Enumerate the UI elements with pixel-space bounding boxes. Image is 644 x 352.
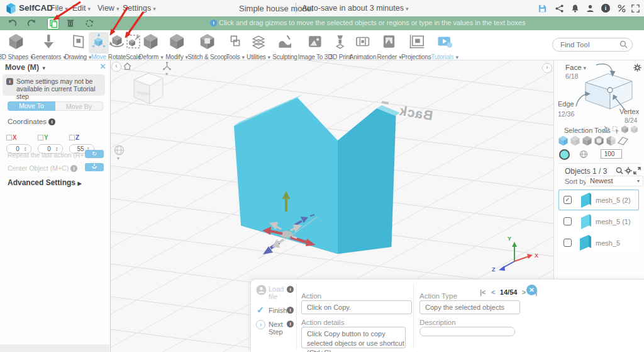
tolerance-input[interactable] (601, 149, 622, 159)
move-to-button[interactable]: Move To (8, 101, 55, 111)
info-icon[interactable]: i (287, 321, 294, 327)
repeat-icon[interactable] (84, 18, 94, 28)
view-cube[interactable]: FRONT (129, 67, 168, 109)
redo-icon[interactable] (26, 18, 36, 28)
account-icon[interactable] (586, 4, 595, 13)
object-row-mesh5-2[interactable]: ✓ mesh_5 (2) (558, 190, 639, 210)
tool-deform[interactable]: Deform (139, 32, 164, 60)
search-icon[interactable] (619, 40, 628, 48)
tool-3d-shapes[interactable]: 3D Shapes (0, 32, 33, 60)
object-row-mesh5[interactable]: mesh_5 (558, 232, 639, 253)
save-icon[interactable] (538, 4, 547, 13)
cube-select-icon[interactable] (621, 125, 629, 133)
x-lock-checkbox[interactable] (6, 135, 12, 140)
tool-move[interactable]: Move (89, 32, 109, 60)
mode-edge-icon[interactable] (582, 135, 592, 146)
tool-projections[interactable]: Projections (401, 32, 431, 60)
tool-generators[interactable]: Generators (31, 32, 65, 60)
object-checkbox[interactable] (564, 239, 572, 247)
mesh-sphere-icon[interactable] (579, 150, 588, 159)
tool-drawing[interactable]: Drawing (65, 32, 92, 60)
tool-3d-print[interactable]: 3D Print (330, 32, 352, 60)
expand-icon[interactable] (633, 167, 641, 174)
tool-stitch-scoop[interactable]: Stitch & Scoop (188, 32, 228, 60)
title-divider (296, 3, 296, 13)
tool-render[interactable]: Render (377, 32, 402, 60)
finish-label[interactable]: Finish (269, 307, 287, 314)
share-icon[interactable] (555, 4, 564, 13)
mode-vertex-icon[interactable] (570, 135, 580, 146)
units-icon[interactable] (617, 4, 626, 13)
copy-icon (48, 18, 58, 29)
object-checkbox[interactable]: ✓ (564, 196, 572, 204)
collapse-right-panel-chevron[interactable]: › (542, 63, 552, 73)
notifications-icon[interactable] (570, 4, 580, 13)
caret-down-icon[interactable]: ▾ (117, 156, 119, 161)
search-icon[interactable] (616, 167, 623, 174)
menu-edit[interactable]: Edit (72, 4, 91, 13)
caret-right-icon: ▶ (77, 181, 81, 186)
nav-prev-icon[interactable]: < (491, 288, 495, 296)
menu-view[interactable]: View (97, 4, 119, 13)
undo-icon[interactable] (8, 18, 18, 28)
globe-icon[interactable] (114, 145, 125, 156)
mode-half-icon[interactable] (606, 135, 616, 146)
next-step-icon[interactable]: › (256, 320, 265, 329)
load-file-label[interactable]: Load file (269, 285, 287, 300)
advanced-settings[interactable]: Advanced Settings ▶ (8, 178, 82, 187)
caret-down-icon[interactable]: ▼ (42, 65, 47, 71)
load-file-step[interactable] (256, 285, 270, 298)
sort-dropdown[interactable]: Newest ▾ (586, 176, 643, 186)
action-type-box[interactable]: Copy the selected objects (419, 300, 520, 314)
tool-sculpting[interactable]: Sculpting (272, 32, 297, 60)
mode-face-icon[interactable] (558, 135, 569, 146)
cursor-select-icon[interactable] (612, 126, 619, 133)
menu-file[interactable]: File (50, 4, 68, 13)
action-details-box[interactable]: Click Copy button to copy selected objec… (301, 327, 406, 348)
center-object-button[interactable] (85, 163, 104, 171)
tool-image-to-3d[interactable]: Image To 3D (298, 32, 332, 60)
action-value-box[interactable]: Click on Copy. (301, 300, 412, 314)
info-icon[interactable]: i (287, 307, 294, 314)
repeat-action-button[interactable]: ↻ (85, 150, 104, 158)
delete-icon[interactable] (65, 18, 75, 28)
description-box[interactable] (419, 327, 515, 336)
brush-size-indicator[interactable] (559, 149, 570, 160)
house-model[interactable] (234, 94, 400, 254)
tool-modify[interactable]: Modify (165, 32, 188, 60)
nav-next-icon[interactable]: > (522, 288, 526, 296)
move-by-button[interactable]: Move By (55, 101, 103, 111)
copy-button[interactable] (47, 18, 59, 30)
object-row-mesh5-1[interactable]: mesh_5 (1) (558, 211, 639, 232)
autosave-status[interactable]: Auto-save in about 3 minutes (302, 4, 408, 13)
gear-icon[interactable] (625, 167, 632, 174)
paint-select-icon[interactable] (602, 125, 610, 133)
nav-first-icon[interactable]: |< (480, 288, 486, 296)
tool-tutorials[interactable]: Tutorials (431, 32, 458, 60)
y-lock-checkbox[interactable] (38, 135, 43, 140)
finish-check-icon[interactable]: ✓ (257, 305, 264, 315)
cube-region-icon[interactable] (630, 125, 638, 133)
z-lock-checkbox[interactable] (69, 135, 75, 140)
info-icon: i (48, 118, 55, 125)
tool-utilities[interactable]: Utilities (247, 32, 270, 60)
info-icon[interactable]: i (601, 4, 610, 13)
fullscreen-icon[interactable] (631, 4, 640, 13)
mode-plane-icon[interactable] (618, 136, 628, 145)
tool-animation[interactable]: Animation (350, 32, 377, 60)
y-axis-label: Y (44, 134, 48, 141)
close-panel-icon[interactable]: ✕ (99, 62, 106, 71)
axis-widget-icon[interactable] (162, 62, 172, 71)
info-icon[interactable]: i (287, 286, 294, 293)
close-tutorial-icon[interactable]: ✕ (526, 285, 537, 295)
3d-print-icon (330, 32, 350, 54)
collapse-left-panel-chevron[interactable]: ‹ (111, 62, 121, 72)
caret-down-icon[interactable]: ▾ (165, 71, 168, 77)
mode-sphere-select-icon[interactable] (594, 135, 604, 146)
next-step-label[interactable]: Next Step (269, 321, 289, 336)
tool-tools[interactable]: Tools (225, 32, 245, 60)
description-label: Description (419, 319, 456, 326)
menu-settings[interactable]: Settings (123, 4, 156, 13)
stepper-icon[interactable]: ▲▼ (607, 150, 611, 156)
object-checkbox[interactable] (564, 217, 572, 225)
